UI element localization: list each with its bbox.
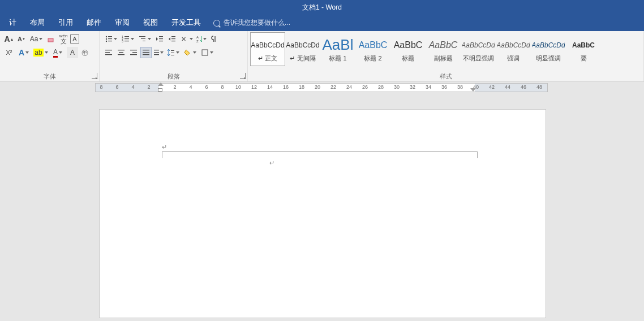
ruler-tick: 6 xyxy=(205,84,208,90)
tell-me[interactable]: 告诉我您想要做什么... xyxy=(208,15,296,31)
paragraph-dialog-launcher[interactable] xyxy=(240,73,246,79)
style-↵无间隔[interactable]: AaBbCcDd↵ 无间隔 xyxy=(285,32,320,66)
svg-rect-0 xyxy=(48,38,53,42)
decrease-indent-button[interactable] xyxy=(154,33,165,45)
ruler-tick: 6 xyxy=(115,84,118,90)
svg-rect-34 xyxy=(143,50,149,50)
svg-rect-20 xyxy=(171,38,175,39)
style-label: 标题 xyxy=(402,54,414,63)
page[interactable]: ↵ ↵ xyxy=(99,109,546,318)
numbering-button[interactable]: 123 xyxy=(120,33,136,45)
highlight-button[interactable]: ab xyxy=(33,47,49,58)
group-styles: AaBbCcDd↵ 正文AaBbCcDd↵ 无间隔AaBl标题 1AaBbC标题… xyxy=(248,31,644,81)
tab-developer[interactable]: 开发工具 xyxy=(165,15,208,31)
style-label: 副标题 xyxy=(434,54,453,63)
window-title: 文档1 - Word xyxy=(302,3,342,12)
svg-rect-28 xyxy=(118,50,124,50)
style-明显强调[interactable]: AaBbCcDd明显强调 xyxy=(531,32,566,66)
group-paragraph: 123 ✕ AZ xyxy=(100,31,248,81)
hanging-indent-marker[interactable] xyxy=(158,88,162,92)
ruler-tick: 46 xyxy=(521,84,526,90)
right-indent-marker[interactable] xyxy=(470,88,476,92)
font-dialog-launcher[interactable] xyxy=(92,73,97,79)
phonetic-guide-button[interactable]: wén文 xyxy=(58,33,69,45)
svg-rect-14 xyxy=(141,38,145,39)
superscript-button[interactable]: X² xyxy=(3,47,15,58)
bullets-button[interactable] xyxy=(103,33,119,45)
style-强调[interactable]: AaBbCcDd强调 xyxy=(496,32,531,66)
sort-button[interactable]: AZ xyxy=(196,33,207,45)
tab-mailings[interactable]: 邮件 xyxy=(80,15,108,31)
paragraph-mark-icon: ↵ xyxy=(269,159,274,167)
tab-view[interactable]: 视图 xyxy=(136,15,165,31)
ruler-tick: 44 xyxy=(505,84,510,90)
char-border-button[interactable]: A xyxy=(70,34,79,44)
horizontal-line-shape[interactable] xyxy=(162,151,478,152)
svg-rect-19 xyxy=(171,36,175,37)
align-right-button[interactable] xyxy=(128,47,139,58)
text-effects-button[interactable]: A xyxy=(16,47,32,58)
horizontal-ruler[interactable]: 8642246810121416182022242628303234363840… xyxy=(95,83,548,92)
style-副标题[interactable]: AaBbC副标题 xyxy=(426,32,461,66)
tab-design[interactable]: 计 xyxy=(2,15,23,31)
style-要[interactable]: AaBbC要 xyxy=(566,32,601,66)
svg-rect-40 xyxy=(171,50,174,51)
align-left-button[interactable] xyxy=(103,47,114,58)
svg-rect-38 xyxy=(154,52,159,53)
multilevel-list-button[interactable] xyxy=(137,33,153,45)
style-label: 要 xyxy=(581,54,587,63)
tab-references[interactable]: 引用 xyxy=(51,15,80,31)
align-justify-button[interactable] xyxy=(140,47,152,58)
svg-text:Z: Z xyxy=(196,40,199,43)
svg-rect-2 xyxy=(108,36,112,37)
style-label: ↵ 正文 xyxy=(258,54,277,63)
svg-rect-36 xyxy=(143,54,149,55)
svg-rect-39 xyxy=(154,54,159,55)
document-area: ↵ ↵ xyxy=(0,93,644,321)
shading-button[interactable] xyxy=(182,47,198,58)
svg-rect-41 xyxy=(171,53,174,53)
style-↵正文[interactable]: AaBbCcDd↵ 正文 xyxy=(250,32,285,66)
grow-font-button[interactable]: A▲ xyxy=(3,33,15,45)
increase-indent-button[interactable] xyxy=(166,33,178,45)
svg-rect-32 xyxy=(132,52,137,53)
tell-me-label: 告诉我您想要做什么... xyxy=(224,18,290,28)
asian-layout-button[interactable]: ✕ xyxy=(179,33,195,45)
svg-rect-4 xyxy=(108,38,112,39)
group-font-label: 字体 xyxy=(0,71,99,81)
ruler-tick: 2 xyxy=(173,84,176,90)
style-标题1[interactable]: AaBl标题 1 xyxy=(320,32,355,66)
clear-format-button[interactable] xyxy=(45,33,57,45)
tab-review[interactable]: 审阅 xyxy=(108,15,136,31)
svg-rect-8 xyxy=(124,36,129,37)
page-content[interactable]: ↵ ↵ xyxy=(162,144,478,154)
ruler-area: 8642246810121416182022242628303234363840… xyxy=(0,82,644,93)
enclose-char-button[interactable]: ㊥ xyxy=(79,47,91,58)
ribbon: A▲ A▼ Aa wén文 A X² A ab A A ㊥ 字体 xyxy=(0,31,644,82)
ruler-tick: 8 xyxy=(100,84,102,90)
borders-button[interactable] xyxy=(199,47,215,58)
ruler-tick: 24 xyxy=(346,84,352,90)
style-标题[interactable]: AaBbC标题 xyxy=(390,32,426,66)
style-label: 标题 2 xyxy=(364,54,381,63)
font-color-button[interactable]: A xyxy=(50,47,66,58)
first-line-indent-marker[interactable] xyxy=(158,83,164,86)
style-不明显强调[interactable]: AaBbCcDd不明显强调 xyxy=(461,32,496,66)
char-shading-button[interactable]: A xyxy=(67,47,78,58)
align-center-button[interactable] xyxy=(115,47,127,58)
svg-point-3 xyxy=(106,38,107,40)
svg-rect-6 xyxy=(108,41,112,41)
line-spacing-button[interactable] xyxy=(165,47,181,58)
shrink-font-button[interactable]: A▼ xyxy=(16,33,27,45)
ruler-tick: 20 xyxy=(315,84,320,90)
show-marks-button[interactable] xyxy=(208,33,220,45)
ruler-tick: 32 xyxy=(410,84,415,90)
tab-layout[interactable]: 布局 xyxy=(23,15,51,31)
ruler-tick: 36 xyxy=(441,84,447,90)
svg-text:A: A xyxy=(196,36,199,39)
svg-rect-33 xyxy=(130,54,137,55)
style-preview: AaBbCcDd xyxy=(251,36,284,54)
distributed-button[interactable] xyxy=(153,47,164,58)
change-case-button[interactable]: Aa xyxy=(28,33,44,45)
style-标题2[interactable]: AaBbC标题 2 xyxy=(355,32,390,66)
